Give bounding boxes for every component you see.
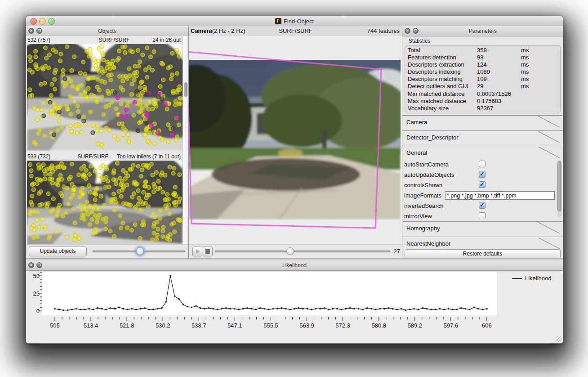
objects-controls: Update objects [26, 244, 188, 258]
frame-value: 27 [394, 248, 400, 255]
controlsshown-checkbox[interactable]: ✓ [479, 181, 486, 188]
stat-row: Descriptors extraction124ms [405, 61, 560, 68]
stat-row: Total358ms [405, 47, 560, 54]
section-detector-descriptor[interactable]: Detector_Descriptor [402, 130, 563, 143]
objects-scrollbar-thumb[interactable] [184, 82, 187, 97]
legend-line-icon [512, 278, 522, 279]
x-tick-label: 538.7 [181, 322, 217, 329]
play-button[interactable] [192, 247, 202, 256]
camera-view [189, 36, 402, 245]
object-1-status: 24 in 26 out [152, 37, 183, 43]
camera-panel: Camera(2 Hz - 2 Hz) SURF/SURF 744 featur… [188, 26, 402, 258]
autoupdateobjects-checkbox[interactable]: ✓ [479, 171, 486, 178]
main-row: ✕ ❐ Objects 532 (757) SURF/SURF 24 in 26… [26, 26, 563, 258]
stat-row: Features detection93ms [405, 54, 560, 61]
stop-icon [205, 249, 210, 254]
x-tick-label: 505 [37, 322, 73, 329]
y-tick-label: 25 [30, 290, 40, 297]
likelihood-panel: ✕ ❐ Likelihood 505513.4521.8530.2538.754… [26, 260, 563, 343]
stat-row: Descriptors indexing1089ms [405, 68, 560, 76]
x-tick-label: 589.2 [397, 322, 433, 329]
titlebar: F Find-Object [26, 16, 563, 27]
resize-grip-icon[interactable] [556, 336, 561, 342]
camera-image [189, 60, 401, 220]
legend-label: Likelihood [525, 275, 552, 282]
stat-row: Max matched distance0.175683 [405, 98, 560, 105]
general-params-list: autoStartCamera autoUpdateObjects ✓ cont… [402, 159, 563, 219]
camera-controls: 27 [189, 244, 402, 258]
camera-header: Camera(2 Hz - 2 Hz) SURF/SURF 744 featur… [189, 26, 402, 36]
camera-slider[interactable] [215, 251, 390, 252]
x-tick-label: 597.6 [433, 322, 469, 329]
statistics-box: Total358ms Features detection93ms Descri… [405, 45, 561, 113]
camera-scene [189, 60, 401, 220]
object-1-image[interactable] [27, 44, 183, 151]
object-2-detector: SURF/SURF [69, 153, 117, 160]
object-2-features [27, 161, 183, 245]
x-tick-label: 547.1 [217, 322, 253, 329]
app-icon: F [275, 18, 281, 24]
x-tick-label: 580.8 [361, 322, 397, 329]
x-tick-label: 563.9 [289, 322, 325, 329]
x-tick-label: 530.2 [145, 322, 181, 329]
section-camera[interactable]: Camera [402, 115, 563, 128]
section-homography[interactable]: Homography [402, 221, 563, 234]
object-1-id: 532 (757) [26, 37, 76, 43]
object-1-detector: SURF/SURF [76, 37, 152, 43]
object-1-title-row: 532 (757) SURF/SURF 24 in 26 out [26, 36, 183, 44]
params-scrollbar[interactable] [557, 160, 561, 218]
window-title: Find-Object [284, 18, 314, 25]
object-2-image[interactable] [27, 161, 183, 245]
objects-slider[interactable] [93, 251, 185, 252]
y-tick-label: 0 [30, 308, 40, 314]
screenshot-stage: F Find-Object ✕ ❐ Objects 532 (757) SURF… [0, 0, 588, 377]
x-tick-label: 555.5 [253, 322, 289, 329]
chart-legend: Likelihood [512, 275, 552, 282]
object-2-status: Too low inliers (7 in 11 out) [117, 153, 183, 160]
stat-row: Vocabulary size92367 [405, 105, 560, 112]
statistics-label: Statistics [409, 38, 430, 44]
object-2-id: 533 (732) [26, 153, 69, 160]
likelihood-panel-title: Likelihood [26, 262, 563, 269]
stat-row: Detect outliers and GUI29ms [405, 83, 560, 90]
section-general[interactable]: General [402, 146, 563, 158]
camera-feature-count: 744 features [367, 27, 400, 34]
parameters-panel-title: Parameters [402, 28, 563, 34]
x-tick-label: 521.8 [109, 322, 145, 329]
play-icon [196, 249, 200, 254]
objects-scrollbar[interactable] [183, 36, 188, 245]
object-1-features [27, 44, 183, 151]
mirrorview-checkbox[interactable] [479, 212, 486, 219]
parameters-panel-header: ✕ ❐ Parameters [402, 26, 563, 36]
likelihood-plot [36, 272, 499, 323]
objects-panel-header: ✕ ❐ Objects [26, 26, 188, 36]
imageformats-input[interactable] [445, 191, 555, 200]
update-objects-button[interactable]: Update objects [29, 247, 87, 256]
stop-button[interactable] [203, 247, 213, 256]
section-nearestneighbor[interactable]: NearestNeighbor [402, 237, 563, 249]
x-tick-label: 572.3 [325, 322, 361, 329]
likelihood-chart: 505513.4521.8530.2538.7547.1555.5563.957… [26, 270, 563, 343]
x-tick-label: 606 [469, 322, 505, 329]
restore-defaults-button[interactable]: Restore defaults [405, 249, 561, 258]
likelihood-panel-header: ✕ ❐ Likelihood [26, 260, 563, 271]
objects-panel-title: Objects [26, 28, 188, 34]
app-window: F Find-Object ✕ ❐ Objects 532 (757) SURF… [26, 16, 563, 344]
stat-row: Min matched distance0.000371526 [405, 90, 560, 98]
parameters-panel: ✕ ❐ Parameters Statistics Total358ms Fea… [402, 26, 563, 258]
invertedsearch-checkbox[interactable]: ✓ [479, 202, 486, 209]
params-scrollbar-thumb[interactable] [557, 161, 561, 211]
autostartcamera-checkbox[interactable] [479, 161, 486, 167]
stat-row: Descriptors matching109ms [405, 76, 560, 83]
objects-panel: ✕ ❐ Objects 532 (757) SURF/SURF 24 in 26… [26, 26, 188, 258]
object-2-title-row: 533 (732) SURF/SURF Too low inliers (7 i… [26, 153, 183, 161]
camera-slider-handle[interactable] [286, 247, 294, 255]
objects-slider-handle[interactable] [136, 247, 144, 255]
x-tick-label: 513.4 [73, 322, 109, 329]
y-tick-label: 50 [30, 273, 40, 279]
